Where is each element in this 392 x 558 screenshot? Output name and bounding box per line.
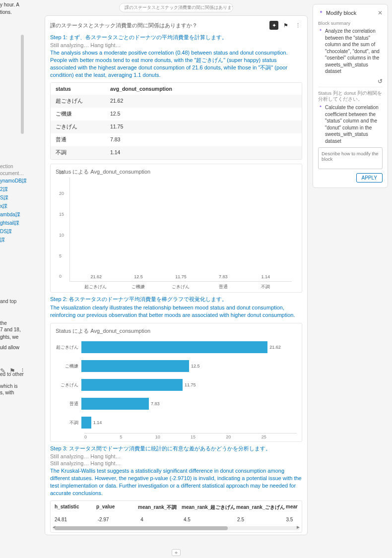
text-fragment: and top — [0, 298, 38, 305]
y-tick-label: ご機嫌 — [56, 363, 81, 370]
analysis-card: 課のステータスとスナック消費量の間に関係はありますか？ ✦ ⚑ ⋮ Step 1… — [45, 15, 308, 535]
bar — [81, 360, 189, 372]
list-item[interactable]: x課 — [0, 203, 38, 210]
table-header: mean_rank_不調 — [134, 501, 178, 514]
y-tick-label: ごきげん — [56, 382, 81, 388]
table-header: h_statistic — [51, 501, 92, 514]
table-cell: 2.5 — [233, 514, 282, 525]
table-cell: 21.62 — [105, 95, 195, 108]
table-header: mear — [282, 501, 302, 514]
mini-title-chip: 課のステータスとスナック消費量の間に関係はありますか？ — [119, 3, 233, 12]
list-item[interactable]: ynamoDB課 — [0, 178, 38, 185]
x-tick-label: 5 — [120, 434, 155, 439]
text-fragment: 7 and 18, — [0, 327, 38, 332]
analyzing-text: Still analyzing… Hang tight… — [50, 460, 302, 466]
table-header: avg_donut_consumption — [105, 83, 195, 95]
bar-value-label: 7.83 — [211, 274, 235, 279]
sparkle-icon — [318, 28, 323, 33]
sparkle-icon — [318, 10, 324, 16]
y-tick-label: 20 — [59, 191, 64, 196]
text-fragment: tions. — [0, 9, 38, 15]
x-tick-label: ごきげん — [167, 284, 194, 290]
analysis-paragraph: The analysis shows a moderate positive c… — [50, 49, 302, 78]
y-tick-label: 5 — [59, 253, 62, 258]
more-icon[interactable]: ⋮ — [19, 367, 26, 374]
sparkle-icon — [318, 105, 323, 110]
edit-icon[interactable]: ✎ — [0, 367, 5, 374]
analyzing-text: Still analyzing… Hang tight… — [50, 42, 302, 48]
divider — [318, 87, 383, 87]
x-tick-label: 0 — [84, 434, 120, 439]
text-fragment: s, with — [0, 390, 38, 395]
bar-value-label: 11.75 — [185, 382, 196, 387]
y-tick-label: 10 — [59, 233, 64, 238]
list-item[interactable]: DS課 — [0, 228, 38, 235]
undo-icon[interactable]: ↺ — [378, 78, 383, 85]
list-item[interactable]: ambda課 — [0, 211, 38, 218]
table-cell: ご機嫌 — [51, 108, 105, 121]
table-cell: 1.14 — [105, 146, 195, 159]
vertical-bar-chart: Status による Avg_donut_consumption 21.6212… — [50, 164, 302, 293]
y-tick-label: 0 — [59, 274, 62, 279]
x-tick-label: 超ごきげん — [82, 284, 109, 290]
flag-icon[interactable]: ⚑ — [281, 21, 290, 30]
analyzing-text: Still analyzing… Hang tight… — [50, 453, 302, 459]
table-cell: 普通 — [51, 133, 105, 146]
bar — [81, 398, 149, 410]
list-item[interactable]: 課 — [0, 237, 38, 244]
text-fragment: the — [0, 320, 38, 327]
table-cell: 不調 — [51, 146, 105, 159]
list-item[interactable]: 2課 — [0, 186, 38, 193]
step-label: Step 2: 各ステータスのドーナツ平均消費量を棒グラフで視覚化します。 — [50, 296, 302, 303]
modify-block-panel: Modify block ✕ Block summary Analyze the… — [313, 4, 388, 188]
y-tick-label: 15 — [59, 212, 64, 217]
analysis-paragraph: The visualization clearly illustrates th… — [50, 304, 302, 319]
text-fragment: which is — [0, 383, 38, 390]
table-cell: 24.81 — [51, 514, 94, 525]
y-tick-label: 25 — [59, 170, 64, 175]
table-header: mean_rank_ごきげん — [232, 501, 282, 514]
x-tick-label: 15 — [191, 434, 226, 439]
horizontal-scrollbar[interactable]: ◄ ► — [53, 526, 300, 530]
bar-value-label: 1.14 — [254, 274, 277, 279]
scrollbar[interactable] — [21, 35, 24, 134]
modify-description-input[interactable] — [318, 147, 383, 169]
stats-table: h_statistic p_value mean_rank_不調 mean_ra… — [50, 500, 302, 533]
add-block-button[interactable]: + — [172, 549, 181, 556]
list-item[interactable]: ghtsail課 — [0, 220, 38, 227]
table-cell: 超ごきげん — [51, 95, 105, 108]
panel-title: Modify block — [326, 10, 378, 16]
y-tick-label: 普通 — [56, 401, 81, 407]
summary-label: Block summary — [318, 20, 383, 26]
table-header: p_value — [92, 501, 134, 514]
close-icon[interactable]: ✕ — [378, 9, 383, 16]
y-tick-label: 不調 — [56, 420, 81, 426]
bar-value-label: 21.62 — [84, 274, 108, 279]
x-tick-label: 普通 — [209, 284, 237, 290]
more-icon[interactable]: ⋮ — [293, 21, 302, 30]
table-cell: 4.5 — [180, 514, 233, 525]
bar-value-label: 11.75 — [169, 274, 193, 279]
text-fragment: uld allow — [0, 345, 38, 350]
chart-title: Status による Avg_donut_consumption — [56, 168, 297, 176]
user-prompt-text: Status 列と donut 列の相関を分析してください。 — [318, 90, 383, 103]
list-item[interactable]: S課 — [0, 194, 38, 201]
x-tick-label: 不調 — [252, 284, 279, 290]
bar-value-label: 7.83 — [151, 401, 160, 406]
apply-button[interactable]: APPLY — [356, 173, 383, 183]
bar — [81, 379, 183, 391]
x-tick-label: 20 — [226, 434, 261, 439]
flag-icon[interactable]: ⚑ — [9, 367, 15, 374]
bar — [81, 417, 91, 429]
list-item[interactable]: ocument… — [0, 171, 38, 176]
code-icon[interactable]: ✦ — [269, 21, 278, 30]
bar — [81, 341, 267, 353]
left-cutoff-panel: y hour. A tions. ection ocument… ynamoDB… — [0, 0, 40, 558]
summary-text: Analyze the correlation between the "sta… — [325, 28, 383, 75]
table-header: mean_rank_超ごきげん — [178, 501, 232, 514]
status-avg-table: status avg_donut_consumption 超ごきげん21.62 … — [50, 82, 302, 160]
table-cell: 4 — [136, 514, 180, 525]
bar-value-label: 21.62 — [269, 345, 281, 350]
text-fragment: y hour. A — [0, 2, 38, 7]
bar-value-label: 12.5 — [191, 364, 200, 369]
